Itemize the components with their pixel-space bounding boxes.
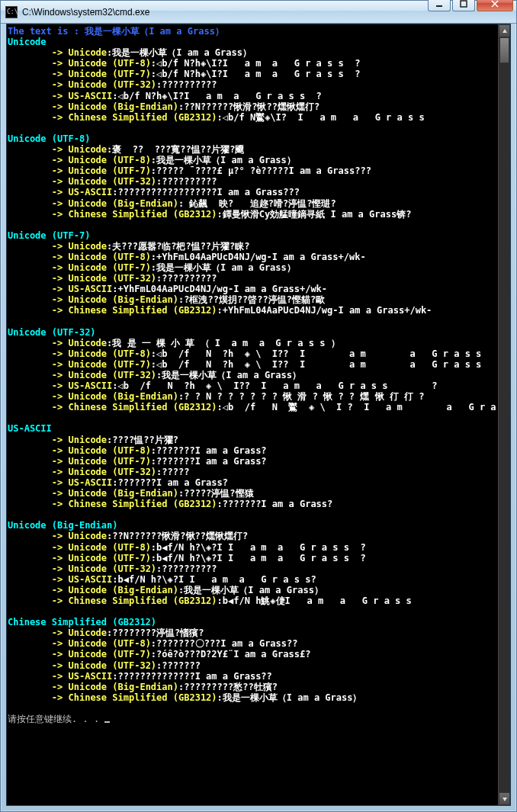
svg-rect-0 xyxy=(436,5,442,7)
cmd-window: C:\Windows\system32\cmd.exe The text is … xyxy=(0,0,517,812)
scroll-up-button[interactable] xyxy=(499,24,510,37)
client-area: The text is : 我是一棵小草（I am a Grass） Unico… xyxy=(6,24,511,806)
console-output: The text is : 我是一棵小草（I am a Grass） Unico… xyxy=(7,24,498,805)
vertical-scrollbar[interactable] xyxy=(498,24,510,805)
scroll-down-button[interactable] xyxy=(499,792,510,805)
svg-rect-1 xyxy=(461,1,467,7)
maximize-button[interactable] xyxy=(452,0,475,11)
scroll-track[interactable] xyxy=(499,37,510,792)
close-button[interactable] xyxy=(477,0,513,11)
scroll-thumb[interactable] xyxy=(499,37,509,63)
window-title: C:\Windows\system32\cmd.exe xyxy=(22,7,426,18)
cmd-icon xyxy=(5,6,18,18)
titlebar[interactable]: C:\Windows\system32\cmd.exe xyxy=(1,1,516,24)
window-buttons xyxy=(426,0,513,11)
minimize-button[interactable] xyxy=(428,0,451,11)
